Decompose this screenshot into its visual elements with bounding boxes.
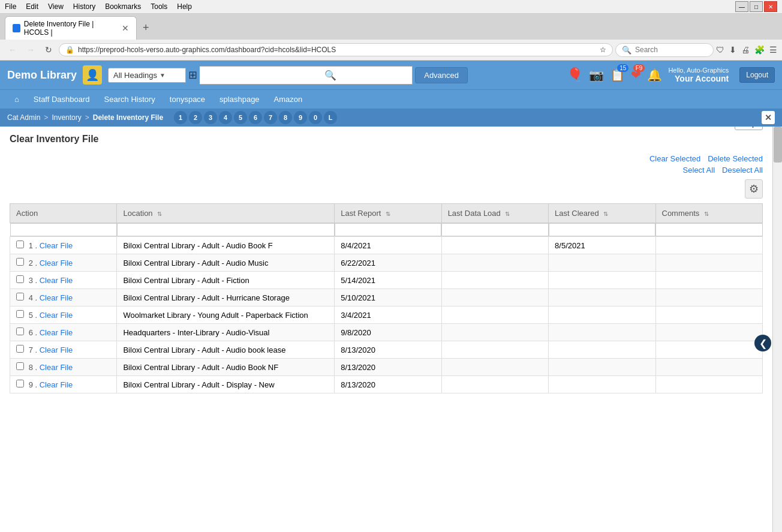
nav-amazon[interactable]: Amazon xyxy=(267,90,310,109)
heart-icon-wrap[interactable]: ❤ F9 xyxy=(631,68,641,82)
back-arrow-button[interactable]: ❮ xyxy=(754,335,771,351)
alpha-link-5[interactable]: 5 xyxy=(234,111,247,124)
close-panel-button[interactable]: ✕ xyxy=(762,111,775,124)
filter-comments[interactable] xyxy=(655,223,763,236)
last-data-load-cell-5 xyxy=(441,306,548,324)
new-tab-button[interactable]: + xyxy=(138,20,154,35)
camera-icon-wrap[interactable]: 📷 xyxy=(589,68,604,82)
alpha-link-9[interactable]: 9 xyxy=(294,111,307,124)
breadcrumb-inventory[interactable]: Inventory xyxy=(52,113,81,122)
alpha-link-4[interactable]: 4 xyxy=(219,111,232,124)
shield-icon[interactable]: 🛡 xyxy=(716,45,724,55)
stack-icon[interactable]: ⊞ xyxy=(188,68,197,82)
menu-view[interactable]: View xyxy=(48,2,64,11)
alpha-link-L[interactable]: L xyxy=(324,111,337,124)
menu-bookmarks[interactable]: Bookmarks xyxy=(105,2,141,11)
nav-splashpage[interactable]: splashpage xyxy=(212,90,267,109)
menu-icon[interactable]: ☰ xyxy=(769,45,777,55)
row-checkbox-4[interactable] xyxy=(16,293,24,300)
clear-file-link-1[interactable]: Clear File xyxy=(40,241,73,250)
row-checkbox-2[interactable] xyxy=(16,258,24,266)
scrollbar[interactable] xyxy=(772,127,782,532)
search-button[interactable]: 🔍 xyxy=(320,67,341,84)
refresh-button[interactable]: ↻ xyxy=(41,42,56,58)
filter-action[interactable] xyxy=(10,223,117,236)
filter-last-data-load[interactable] xyxy=(441,223,548,236)
breadcrumb-cat-admin[interactable]: Cat Admin xyxy=(7,113,40,122)
menu-help[interactable]: Help xyxy=(177,2,192,11)
bell-icon-wrap[interactable]: 🔔 xyxy=(647,68,662,82)
last-cleared-sort-icon[interactable]: ⇅ xyxy=(603,211,608,217)
alpha-link-1[interactable]: 1 xyxy=(174,111,187,124)
row-checkbox-8[interactable] xyxy=(16,362,24,370)
alpha-link-3[interactable]: 3 xyxy=(204,111,217,124)
clear-file-link-6[interactable]: Clear File xyxy=(40,328,73,337)
clear-file-link-3[interactable]: Clear File xyxy=(40,276,73,285)
filter-last-report[interactable] xyxy=(335,223,441,236)
row-checkbox-9[interactable] xyxy=(16,380,24,387)
menu-edit[interactable]: Edit xyxy=(26,2,38,11)
maximize-button[interactable]: □ xyxy=(750,1,763,12)
nav-staff-dashboard[interactable]: Staff Dashboard xyxy=(26,90,97,109)
nav-tonyspace[interactable]: tonyspace xyxy=(163,90,212,109)
comments-cell-1 xyxy=(655,237,763,254)
logout-button[interactable]: Logout xyxy=(739,67,775,83)
tab-close-button[interactable]: ✕ xyxy=(122,23,129,33)
star-icon[interactable]: ☆ xyxy=(600,46,606,54)
row-checkbox-7[interactable] xyxy=(16,345,24,353)
account-label[interactable]: Your Account xyxy=(675,74,729,83)
clear-file-link-5[interactable]: Clear File xyxy=(40,311,73,320)
alpha-link-7[interactable]: 7 xyxy=(264,111,277,124)
last-report-sort-icon[interactable]: ⇅ xyxy=(386,211,390,217)
close-window-button[interactable]: ✕ xyxy=(764,1,777,12)
address-bar[interactable]: 🔒 https://preprod-hcols-verso.auto-graph… xyxy=(59,43,613,56)
alpha-link-6[interactable]: 6 xyxy=(249,111,262,124)
browser-search-bar[interactable]: 🔍 xyxy=(615,43,714,57)
menu-tools[interactable]: Tools xyxy=(151,2,167,11)
last-data-load-sort-icon[interactable]: ⇅ xyxy=(505,211,510,217)
list-icon-wrap[interactable]: 📋 15 xyxy=(610,68,625,82)
minimize-button[interactable]: — xyxy=(735,1,748,12)
row-checkbox-6[interactable] xyxy=(16,327,24,335)
browser-search-input[interactable] xyxy=(635,46,707,54)
menu-file[interactable]: File xyxy=(5,2,16,11)
print-icon[interactable]: 🖨 xyxy=(741,45,750,55)
advanced-search-button[interactable]: Advanced xyxy=(415,67,468,83)
comments-sort-icon[interactable]: ⇅ xyxy=(704,211,709,217)
balloon-icon-wrap[interactable]: 🎈 xyxy=(567,67,583,83)
clear-file-link-7[interactable]: Clear File xyxy=(40,345,73,354)
location-sort-icon[interactable]: ⇅ xyxy=(157,211,162,217)
alpha-link-2[interactable]: 2 xyxy=(189,111,202,124)
clear-selected-link[interactable]: Clear Selected xyxy=(649,154,700,163)
deselect-all-link[interactable]: Deselect All xyxy=(722,166,763,175)
scrollbar-thumb[interactable] xyxy=(774,127,782,163)
help-button[interactable]: Help xyxy=(735,127,763,130)
clear-file-link-4[interactable]: Clear File xyxy=(40,293,73,302)
delete-selected-link[interactable]: Delete Selected xyxy=(708,154,763,163)
alpha-link-8[interactable]: 8 xyxy=(279,111,292,124)
search-input[interactable] xyxy=(200,68,320,83)
logo-icon[interactable]: 👤 xyxy=(83,65,102,85)
last-cleared-cell-4 xyxy=(549,289,655,306)
browser-tab[interactable]: Delete Inventory File | HCOLS | ✕ xyxy=(5,16,137,40)
nav-search-history[interactable]: Search History xyxy=(97,90,163,109)
nav-home[interactable]: ⌂ xyxy=(7,90,26,109)
action-cell-4: 4 . Clear File xyxy=(10,289,117,306)
download-icon[interactable]: ⬇ xyxy=(729,45,736,55)
clear-file-link-8[interactable]: Clear File xyxy=(40,363,73,372)
settings-icon[interactable]: ⚙ xyxy=(745,179,763,199)
select-all-link[interactable]: Select All xyxy=(683,166,715,175)
clear-file-link-9[interactable]: Clear File xyxy=(40,380,73,389)
row-checkbox-1[interactable] xyxy=(16,241,24,248)
clear-file-link-2[interactable]: Clear File xyxy=(40,259,73,267)
search-type-dropdown[interactable]: All Headings ▼ xyxy=(108,68,186,83)
back-button[interactable]: ← xyxy=(5,42,20,58)
row-checkbox-5[interactable] xyxy=(16,310,24,318)
extension-icon[interactable]: 🧩 xyxy=(754,45,765,55)
menu-history[interactable]: History xyxy=(73,2,95,11)
alpha-link-0[interactable]: 0 xyxy=(309,111,322,124)
row-checkbox-3[interactable] xyxy=(16,275,24,283)
filter-location[interactable] xyxy=(117,223,335,236)
filter-last-cleared[interactable] xyxy=(549,223,655,236)
forward-button[interactable]: → xyxy=(23,42,38,58)
